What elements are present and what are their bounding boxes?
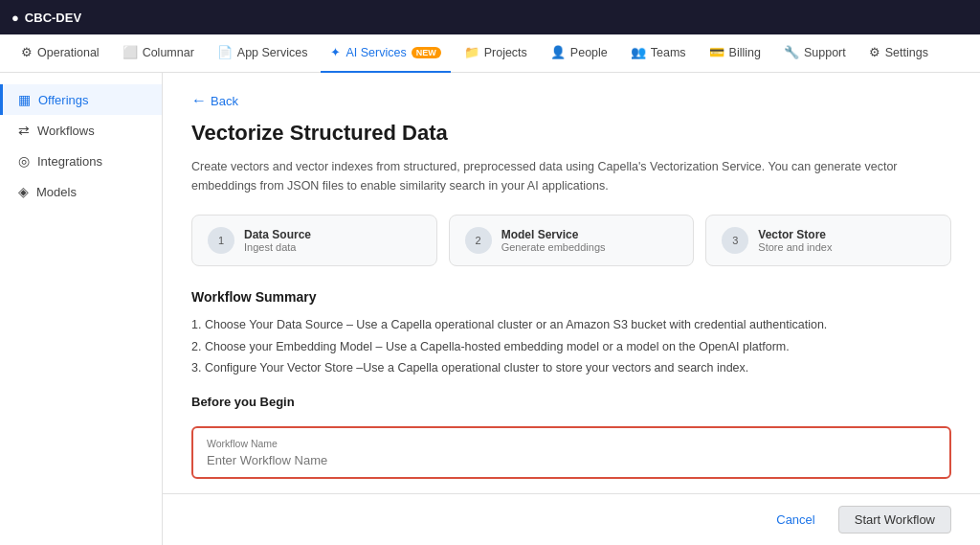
- back-link[interactable]: ← Back: [191, 92, 951, 109]
- workflow-name-input[interactable]: [207, 453, 936, 467]
- nav-item-billing[interactable]: 💳 Billing: [700, 34, 770, 73]
- step-circle-1: 1: [208, 227, 234, 254]
- summary-step-2: Choose your Embedding Model – Use a Cape…: [191, 336, 951, 358]
- page-description: Create vectors and vector indexes from s…: [191, 157, 951, 195]
- billing-nav-icon: 💳: [709, 45, 724, 59]
- projects-nav-label: Projects: [484, 46, 527, 59]
- workflows-sidebar-label: Workflows: [37, 124, 95, 138]
- step-card-3: 3 Vector Store Store and index: [705, 215, 951, 266]
- support-nav-label: Support: [804, 46, 846, 59]
- ai-services-nav-icon: ✦: [330, 45, 341, 59]
- nav-item-operational[interactable]: ⚙ Operational: [11, 34, 109, 73]
- sidebar-item-offerings[interactable]: ▦ Offerings: [0, 84, 162, 115]
- step-sub-1: Ingest data: [244, 241, 311, 253]
- operational-nav-label: Operational: [37, 46, 100, 59]
- app-name: CBC-DEV: [25, 11, 81, 25]
- cancel-button[interactable]: Cancel: [765, 507, 826, 533]
- settings-nav-label: Settings: [885, 46, 928, 59]
- settings-nav-icon: ⚙: [869, 45, 880, 59]
- integrations-sidebar-icon: ◎: [18, 153, 30, 169]
- logo-icon: ●: [11, 11, 19, 25]
- nav-item-app-services[interactable]: 📄 App Services: [208, 34, 318, 73]
- page-title: Vectorize Structured Data: [191, 121, 951, 146]
- footer: Cancel Start Workflow: [163, 493, 980, 545]
- billing-nav-label: Billing: [729, 46, 761, 59]
- ai-services-badge: NEW: [412, 47, 441, 58]
- app-services-nav-icon: 📄: [217, 45, 233, 59]
- layout: ▦ Offerings⇄ Workflows◎ Integrations◈ Mo…: [0, 73, 980, 545]
- workflows-sidebar-icon: ⇄: [18, 123, 30, 138]
- sidebar: ▦ Offerings⇄ Workflows◎ Integrations◈ Mo…: [0, 73, 163, 545]
- step-text-1: Data Source Ingest data: [244, 228, 311, 253]
- step-text-2: Model Service Generate embeddings: [501, 228, 606, 253]
- ai-services-nav-label: AI Services: [345, 46, 406, 59]
- step-label-1: Data Source: [244, 228, 311, 241]
- step-circle-2: 2: [465, 227, 492, 254]
- app-services-nav-label: App Services: [237, 46, 308, 59]
- top-bar: ● CBC-DEV: [0, 0, 980, 34]
- models-sidebar-icon: ◈: [18, 184, 29, 199]
- nav-item-support[interactable]: 🔧 Support: [774, 34, 856, 73]
- nav-item-settings[interactable]: ⚙ Settings: [859, 34, 938, 73]
- teams-nav-icon: 👥: [631, 45, 646, 59]
- before-begin-title: Before you Begin: [191, 395, 951, 409]
- workflow-name-label: Workflow Name: [207, 438, 936, 449]
- projects-nav-icon: 📁: [464, 45, 479, 59]
- columnar-nav-label: Columnar: [143, 46, 194, 59]
- integrations-sidebar-label: Integrations: [37, 154, 102, 169]
- nav-item-columnar[interactable]: ⬜ Columnar: [113, 34, 204, 73]
- step-sub-2: Generate embeddings: [501, 241, 606, 253]
- step-text-3: Vector Store Store and index: [758, 228, 832, 253]
- teams-nav-label: Teams: [651, 46, 686, 59]
- support-nav-icon: 🔧: [784, 45, 799, 59]
- operational-nav-icon: ⚙: [21, 45, 33, 59]
- nav-item-teams[interactable]: 👥 Teams: [621, 34, 696, 73]
- people-nav-label: People: [570, 46, 608, 59]
- summary-step-1: Choose Your Data Source – Use a Capella …: [191, 314, 951, 336]
- main-nav: ⚙ Operational ⬜ Columnar 📄 App Services …: [0, 34, 980, 73]
- sidebar-item-models[interactable]: ◈ Models: [0, 176, 162, 207]
- offerings-sidebar-icon: ▦: [18, 92, 31, 107]
- workflow-name-box: Workflow Name: [191, 426, 951, 479]
- step-circle-3: 3: [722, 227, 748, 254]
- main-content: ← Back Vectorize Structured Data Create …: [163, 73, 980, 493]
- offerings-sidebar-label: Offerings: [38, 93, 89, 107]
- step-sub-3: Store and index: [758, 241, 832, 253]
- summary-step-3: Configure Your Vector Store –Use a Capel…: [191, 357, 951, 379]
- columnar-nav-icon: ⬜: [122, 45, 138, 59]
- workflow-steps: 1 Data Source Ingest data 2 Model Servic…: [191, 215, 951, 266]
- back-arrow-icon: ←: [191, 92, 207, 109]
- summary-title: Workflow Summary: [191, 289, 951, 305]
- nav-item-ai-services[interactable]: ✦ AI Services NEW: [321, 34, 450, 73]
- models-sidebar-label: Models: [36, 185, 77, 199]
- start-workflow-button[interactable]: Start Workflow: [838, 506, 951, 534]
- nav-item-people[interactable]: 👤 People: [541, 34, 617, 73]
- people-nav-icon: 👤: [550, 45, 566, 59]
- step-label-2: Model Service: [501, 228, 606, 241]
- sidebar-item-workflows[interactable]: ⇄ Workflows: [0, 115, 162, 146]
- app-logo: ● CBC-DEV: [11, 11, 81, 25]
- nav-item-projects[interactable]: 📁 Projects: [455, 34, 537, 73]
- step-label-3: Vector Store: [758, 228, 832, 241]
- step-card-1: 1 Data Source Ingest data: [191, 215, 437, 266]
- summary-list: Choose Your Data Source – Use a Capella …: [191, 314, 951, 379]
- sidebar-item-integrations[interactable]: ◎ Integrations: [0, 146, 162, 176]
- step-card-2: 2 Model Service Generate embeddings: [449, 215, 695, 266]
- back-label: Back: [211, 94, 238, 108]
